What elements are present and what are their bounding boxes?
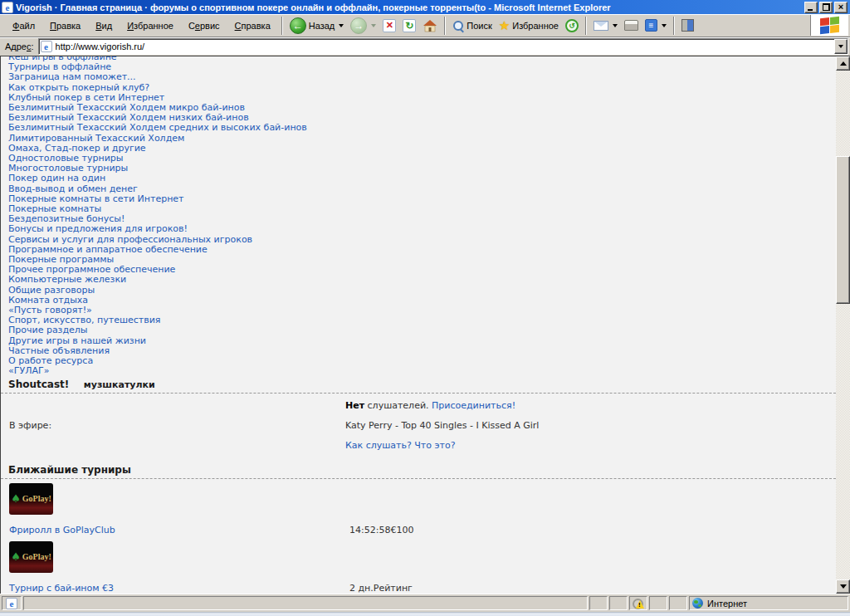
menu-item[interactable]: Сервис: [181, 18, 227, 33]
status-page-pane: e: [2, 596, 22, 610]
menu-item[interactable]: Правка: [42, 18, 88, 33]
forum-link[interactable]: Другие игры в нашей жизни: [8, 335, 146, 346]
restore-button[interactable]: [819, 2, 833, 13]
forum-link[interactable]: Комната отдыха: [8, 295, 88, 306]
forum-link[interactable]: О работе ресурса: [8, 355, 93, 366]
forum-link[interactable]: Турниры в оффлайне: [8, 61, 111, 72]
forum-link[interactable]: Безлимитный Техасский Холдем низких бай-…: [8, 112, 249, 123]
close-button[interactable]: ×: [834, 2, 848, 13]
print-button[interactable]: [621, 18, 642, 32]
status-pane: [649, 596, 667, 610]
security-zone-pane: Интернет: [689, 596, 848, 610]
windows-logo-icon: [820, 16, 840, 35]
forum-link[interactable]: «ГУЛАГ»: [8, 365, 49, 376]
forum-link[interactable]: Безлимитный Техасский Холдем средних и в…: [8, 122, 307, 133]
back-icon: ←: [290, 17, 306, 34]
forum-link[interactable]: Многостоловые турниры: [8, 163, 128, 174]
menu-item[interactable]: Избранное: [120, 18, 181, 33]
goplay-logo[interactable]: ♠ GoPlay!: [9, 541, 53, 573]
scrollbar-thumb[interactable]: [836, 156, 850, 304]
forum-link[interactable]: Бездепозитные бонусы!: [8, 213, 125, 224]
forum-link[interactable]: Одностоловые турниры: [8, 153, 123, 164]
back-dropdown-icon[interactable]: [339, 24, 344, 27]
forum-link[interactable]: Бонусы и предложения для игроков!: [8, 223, 188, 234]
forum-link[interactable]: Безлимитный Техасский Холдем микро бай-и…: [8, 102, 245, 113]
refresh-button[interactable]: ↻: [399, 17, 419, 34]
back-button[interactable]: ← Назад: [286, 16, 348, 36]
edit-button[interactable]: ≡: [642, 17, 670, 33]
shoutcast-title: Shoutcast!: [8, 379, 69, 390]
tournament-link[interactable]: Турнир с бай-ином €3: [9, 583, 114, 594]
address-dropdown-button[interactable]: [834, 39, 848, 54]
forward-dropdown-icon[interactable]: [371, 24, 376, 27]
status-bar: e Интернет: [0, 594, 850, 612]
list-item: Программное и аппаратное обеспечение: [8, 245, 836, 255]
search-button[interactable]: Поиск: [449, 18, 495, 33]
chevron-up-icon: [840, 61, 847, 66]
forum-link[interactable]: Компьютерные железки: [8, 274, 126, 285]
tournament-item: ♠ GoPlay! Фриролл в GoPlayClub 14:52:58€…: [1, 483, 836, 537]
list-item: Другие игры в нашей жизни: [8, 336, 836, 346]
ie-page-icon: e: [2, 2, 13, 13]
stop-button[interactable]: ✕: [379, 17, 399, 34]
forum-link[interactable]: Прочее программное обеспечение: [8, 264, 175, 275]
chevron-down-icon: [838, 45, 843, 48]
goplay-logo-text: GoPlay!: [22, 494, 51, 503]
forward-button[interactable]: →: [347, 16, 379, 36]
forum-link[interactable]: Покер один на один: [8, 173, 105, 183]
listeners-row: Нет слушателей. Присоединиться!: [1, 400, 836, 420]
minimize-button[interactable]: [804, 2, 818, 13]
how-to-listen-link[interactable]: Как слушать?: [345, 440, 412, 451]
tournament-info: 2 дн.Рейтинг: [337, 583, 836, 594]
forum-link[interactable]: Заграница нам поможет...: [8, 71, 136, 82]
forum-link[interactable]: Покерные комнаты в сети Интернет: [8, 193, 184, 204]
join-link[interactable]: Присоединиться!: [432, 400, 515, 411]
forum-link[interactable]: Клубный покер в сети Интернет: [8, 92, 164, 103]
toolbar-separator: [585, 17, 587, 35]
forum-link[interactable]: Покерные программы: [8, 254, 114, 265]
what-is-this-link[interactable]: Что это?: [414, 440, 455, 451]
stop-icon: ✕: [383, 19, 396, 32]
forum-link[interactable]: Омаха, Стад-покер и другие: [8, 143, 146, 154]
edit-dropdown-icon[interactable]: [662, 24, 667, 27]
list-item: О работе ресурса: [8, 356, 836, 366]
chevron-down-icon: [840, 584, 847, 589]
tournament-link[interactable]: Фриролл в GoPlayClub: [9, 525, 115, 535]
menu-item[interactable]: Справка: [227, 18, 278, 33]
forum-link[interactable]: Программное и аппаратное обеспечение: [8, 244, 208, 255]
tournaments-list: ♠ GoPlay! Фриролл в GoPlayClub 14:52:58€…: [1, 483, 836, 594]
forum-link[interactable]: Сервисы и услуги для профессиональных иг…: [8, 234, 252, 245]
address-input[interactable]: e http://www.vigorish.ru/: [38, 38, 848, 55]
forum-links-list: Кеш игры в оффлайне Турниры в оффлайне З…: [1, 56, 836, 377]
messenger-button[interactable]: [678, 17, 697, 33]
messenger-icon: [681, 19, 694, 32]
forum-link[interactable]: Прочие разделы: [8, 325, 88, 335]
forum-link[interactable]: Как открыть покерный клуб?: [8, 82, 149, 93]
search-icon: [452, 20, 464, 32]
forum-link[interactable]: Ввод-вывод и обмен денег: [8, 183, 138, 194]
forum-link[interactable]: Общие разговоры: [8, 285, 95, 296]
forum-link[interactable]: Покерные комнаты: [8, 203, 101, 214]
mail-icon: [594, 21, 608, 31]
ie-page-icon: e: [6, 598, 17, 609]
shoutcast-subtitle: музшкатулки: [84, 379, 155, 390]
vertical-scrollbar[interactable]: [836, 56, 850, 594]
forum-link[interactable]: «Пусть говорят!»: [8, 305, 92, 315]
forum-link[interactable]: Частные объявления: [8, 345, 110, 356]
favorites-button[interactable]: ★ Избранное: [496, 18, 562, 32]
history-button[interactable]: ↺: [562, 17, 582, 34]
menu-item[interactable]: Файл: [5, 18, 42, 33]
tournament-row: Фриролл в GoPlayClub 14:52:58€100: [1, 525, 836, 537]
status-text-pane: [23, 596, 588, 610]
home-button[interactable]: [419, 17, 441, 34]
menu-item[interactable]: Вид: [88, 18, 120, 33]
forum-link[interactable]: Лимитированный Техасский Холдем: [8, 133, 184, 144]
status-warning-pane[interactable]: [629, 596, 647, 610]
scroll-down-button[interactable]: [836, 579, 850, 594]
mail-dropdown-icon[interactable]: [613, 24, 618, 27]
mail-button[interactable]: [590, 19, 621, 32]
goplay-logo[interactable]: ♠ GoPlay!: [9, 483, 53, 515]
brand-box: [810, 15, 848, 36]
forum-link[interactable]: Спорт, искусство, путешествия: [8, 315, 160, 325]
scroll-up-button[interactable]: [836, 56, 850, 71]
